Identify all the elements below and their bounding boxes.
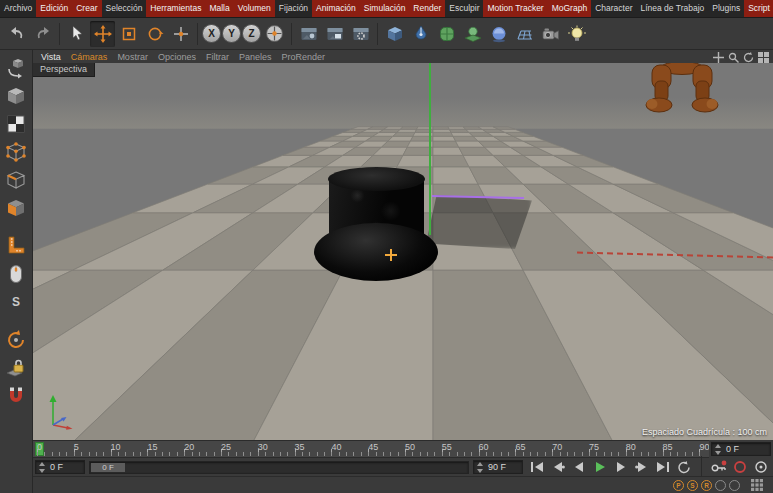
record-keyframe-button[interactable] xyxy=(709,459,729,475)
model-mode-button[interactable] xyxy=(3,83,29,108)
layout-grid-button[interactable] xyxy=(747,477,767,493)
menu-linea-de-trabajo[interactable]: Línea de Trabajo xyxy=(636,0,708,17)
goto-end-button[interactable] xyxy=(653,459,673,475)
snap-magnet-button[interactable] xyxy=(3,383,29,408)
make-editable-button[interactable] xyxy=(3,55,29,80)
menu-volumen[interactable]: Volumen xyxy=(234,0,275,17)
prev-key-button[interactable] xyxy=(548,459,568,475)
record-ring-p[interactable]: P xyxy=(673,480,684,491)
camera-object-button[interactable] xyxy=(538,21,563,47)
menu-plugins[interactable]: Plugins xyxy=(708,0,744,17)
sky-object-button[interactable] xyxy=(486,21,511,47)
menu-script[interactable]: Script xyxy=(744,0,773,17)
viewport-menu-opciones[interactable]: Opciones xyxy=(153,52,201,62)
menu-edicion[interactable]: Edición xyxy=(36,0,72,17)
polygon-mode-button[interactable] xyxy=(3,195,29,220)
last-tool-button[interactable] xyxy=(168,21,193,47)
subdivision-surface-button[interactable] xyxy=(434,21,459,47)
render-view-button[interactable] xyxy=(296,21,321,47)
start-frame-spinner[interactable] xyxy=(39,462,46,473)
live-selection-button[interactable] xyxy=(64,21,89,47)
record-ring-s[interactable]: S xyxy=(687,480,698,491)
ruler-label-30: 30 xyxy=(258,442,268,452)
light-object-button[interactable] xyxy=(564,21,589,47)
viewport-mouse-button[interactable] xyxy=(3,261,29,286)
add-cube-button[interactable] xyxy=(382,21,407,47)
next-key-button[interactable] xyxy=(632,459,652,475)
frame-spinner[interactable] xyxy=(715,444,722,455)
range-start-handle[interactable]: 0 F xyxy=(91,463,125,472)
redo-button[interactable] xyxy=(30,21,55,47)
viewport-label[interactable]: Perspectiva xyxy=(33,63,95,77)
zoom-view-button[interactable] xyxy=(727,51,739,63)
point-mode-button[interactable] xyxy=(3,139,29,164)
enable-axis-button[interactable] xyxy=(3,327,29,352)
record-ring-3[interactable] xyxy=(715,480,726,491)
prev-frame-button[interactable] xyxy=(569,459,589,475)
start-frame-field[interactable]: 0 F xyxy=(35,460,85,474)
record-ring-r[interactable]: R xyxy=(701,480,712,491)
move-tool-button[interactable] xyxy=(90,21,115,47)
tophat-top[interactable] xyxy=(328,167,425,191)
menu-archivo[interactable]: Archivo xyxy=(0,0,36,17)
edge-mode-button[interactable] xyxy=(3,167,29,192)
menu-fijacion[interactable]: Fijación xyxy=(275,0,312,17)
pan-view-button[interactable] xyxy=(712,51,724,63)
rotate-tool-button[interactable] xyxy=(142,21,167,47)
axis-x-lock[interactable]: X xyxy=(202,24,221,43)
workplane-mode-button[interactable] xyxy=(3,233,29,258)
current-frame-field[interactable]: 0 F xyxy=(711,442,771,456)
undo-button[interactable] xyxy=(4,21,29,47)
viewport-menu-camaras[interactable]: Cámaras xyxy=(66,52,113,62)
playback-buttons xyxy=(527,459,694,475)
auto-switch-button[interactable]: S xyxy=(3,289,29,314)
sky-object-icon xyxy=(490,25,508,43)
viewport-menu-vista[interactable]: Vista xyxy=(36,52,66,62)
texture-mode-button[interactable] xyxy=(3,111,29,136)
timeline-ruler[interactable]: 051015202530354045505560657075808590 xyxy=(33,440,709,458)
viewport-menu-filtrar[interactable]: Filtrar xyxy=(201,52,234,62)
menu-malla[interactable]: Malla xyxy=(205,0,233,17)
loop-icon xyxy=(677,461,691,474)
menu-motion-tracker[interactable]: Motion Tracker xyxy=(483,0,547,17)
end-frame-field[interactable]: 90 F xyxy=(473,460,523,474)
spline-pen-button[interactable] xyxy=(408,21,433,47)
preview-range-slider[interactable]: 0 F xyxy=(89,461,469,474)
rotate-view-button[interactable] xyxy=(742,51,754,63)
toggle-view-button[interactable] xyxy=(757,51,769,63)
coordinate-system-button[interactable] xyxy=(262,21,287,47)
menu-character[interactable]: Character xyxy=(591,0,636,17)
loop-button[interactable] xyxy=(674,459,694,475)
viewport-perspective[interactable]: Perspectiva Espaciado Cuadrícula : 100 c… xyxy=(33,63,773,440)
array-object-button[interactable] xyxy=(512,21,537,47)
menu-render[interactable]: Render xyxy=(409,0,445,17)
viewport-menu-mostrar[interactable]: Mostrar xyxy=(112,52,153,62)
menu-crear[interactable]: Crear xyxy=(72,0,101,17)
menu-seleccion[interactable]: Selección xyxy=(102,0,147,17)
record-ring-4[interactable] xyxy=(729,480,740,491)
goto-start-button[interactable] xyxy=(527,459,547,475)
autokey-button[interactable] xyxy=(730,459,750,475)
render-settings-button[interactable] xyxy=(348,21,373,47)
axis-z-lock[interactable]: Z xyxy=(242,24,261,43)
menu-herramientas[interactable]: Herramientas xyxy=(146,0,205,17)
menu-mograph[interactable]: MoGraph xyxy=(548,0,591,17)
lock-workplane-button[interactable] xyxy=(3,355,29,380)
tophat-brim[interactable] xyxy=(314,223,438,281)
ruler-label-15: 15 xyxy=(147,442,157,452)
menu-simulacion[interactable]: Simulación xyxy=(360,0,410,17)
viewport-menu-prorender[interactable]: ProRender xyxy=(276,52,330,62)
axis-y-lock[interactable]: Y xyxy=(222,24,241,43)
end-frame-spinner[interactable] xyxy=(477,462,484,473)
lock-workplane-icon xyxy=(5,357,27,379)
render-picture-viewer-button[interactable] xyxy=(322,21,347,47)
character-model[interactable] xyxy=(645,63,719,115)
menu-esculpir[interactable]: Esculpir xyxy=(445,0,483,17)
menu-animacion[interactable]: Animación xyxy=(312,0,360,17)
keyframe-selection-button[interactable] xyxy=(751,459,771,475)
floor-object-button[interactable] xyxy=(460,21,485,47)
scale-tool-button[interactable] xyxy=(116,21,141,47)
next-frame-button[interactable] xyxy=(611,459,631,475)
viewport-menu-paneles[interactable]: Paneles xyxy=(234,52,277,62)
play-button[interactable] xyxy=(590,459,610,475)
